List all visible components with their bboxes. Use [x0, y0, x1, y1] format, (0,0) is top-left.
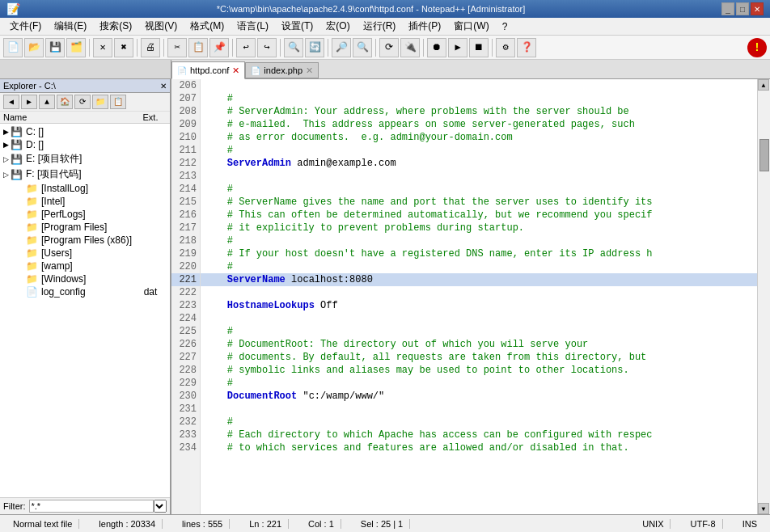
- code-line-223: HostnameLookups Off: [201, 299, 757, 312]
- minimize-button[interactable]: _: [721, 2, 734, 15]
- tree-item-9[interactable]: 📁[Users]: [0, 247, 170, 260]
- redo-button[interactable]: ↪: [257, 38, 277, 57]
- tab-index-php[interactable]: 📄 index.php ✕: [245, 62, 319, 78]
- tree-icon-6: 📁: [26, 209, 38, 220]
- tree-item-2[interactable]: ▷💾E: [项目软件]: [0, 151, 170, 167]
- save-button[interactable]: 💾: [45, 38, 65, 57]
- exp-back[interactable]: ◀: [3, 95, 19, 109]
- exp-forward[interactable]: ▶: [21, 95, 37, 109]
- tree-ext-12: dat: [134, 286, 167, 298]
- undo-button[interactable]: ↩: [236, 38, 256, 57]
- line-num-220: 220: [171, 260, 200, 273]
- tree-item-8[interactable]: 📁[Program Files (x86)]: [0, 234, 170, 247]
- scroll-up[interactable]: ▲: [758, 79, 769, 91]
- tab-httpd-conf[interactable]: 📄 httpd.conf ✕: [171, 61, 245, 79]
- close-file-button[interactable]: ✕: [93, 38, 112, 57]
- tree-item-7[interactable]: 📁[Program Files]: [0, 221, 170, 234]
- tree-icon-0: 💾: [11, 126, 23, 137]
- scroll-down[interactable]: ▼: [758, 503, 769, 514]
- toolbar-sep1: [89, 39, 90, 57]
- menu-item-O[interactable]: 宏(O): [319, 18, 356, 35]
- tree-item-4[interactable]: 📁[InstallLog]: [0, 182, 170, 195]
- tree-item-12[interactable]: 📄log_configdat: [0, 285, 170, 298]
- exp-new-folder[interactable]: 📁: [92, 95, 108, 109]
- replace-button[interactable]: 🔄: [305, 38, 324, 57]
- menu-item-R[interactable]: 运行(R): [357, 18, 403, 35]
- line-num-230: 230: [171, 390, 200, 403]
- exp-refresh[interactable]: ⟳: [74, 95, 91, 109]
- tree-icon-12: 📄: [26, 286, 38, 298]
- line-num-215: 215: [171, 196, 200, 209]
- scroll-thumb[interactable]: [759, 139, 769, 171]
- menu-item-W[interactable]: 窗口(W): [447, 18, 495, 35]
- code-line-228: # symbolic links and aliases may be used…: [201, 364, 757, 377]
- paste-button[interactable]: 📌: [209, 38, 229, 57]
- line-num-208: 208: [171, 105, 200, 118]
- menu-item-S[interactable]: 搜索(S): [93, 18, 138, 35]
- print-button[interactable]: 🖨: [141, 38, 160, 57]
- code-line-230: DocumentRoot "c:/wamp/www/": [201, 390, 757, 403]
- editor-scrollbar[interactable]: ▲ ▼: [757, 79, 770, 514]
- line-num-225: 225: [171, 325, 200, 338]
- explorer-col-header: Name Ext.: [0, 112, 170, 124]
- line-num-209: 209: [171, 118, 200, 131]
- tab-bar: 📄 httpd.conf ✕ 📄 index.php ✕: [0, 60, 770, 79]
- zoom-in-button[interactable]: 🔎: [332, 38, 351, 57]
- status-ln: Ln : 221: [243, 519, 289, 529]
- menu-item-V[interactable]: 视图(V): [138, 18, 184, 35]
- sync-button[interactable]: ⟳: [379, 38, 399, 57]
- menu-item-P[interactable]: 插件(P): [402, 18, 447, 35]
- status-eol: UNIX: [636, 519, 671, 529]
- tree-item-6[interactable]: 📁[PerfLogs]: [0, 208, 170, 221]
- scroll-track[interactable]: [758, 91, 770, 503]
- code-container[interactable]: 2062072082092102112122132142152162172182…: [171, 79, 770, 514]
- zoom-out-button[interactable]: 🔍: [353, 38, 372, 57]
- exp-up[interactable]: ▲: [39, 95, 55, 109]
- macros-button[interactable]: ⏺: [427, 38, 446, 57]
- close-all-button[interactable]: ✖: [114, 38, 133, 57]
- plugin-button[interactable]: 🔌: [400, 38, 420, 57]
- toolbar-sep3: [163, 39, 164, 57]
- settings-button[interactable]: ⚙: [496, 38, 515, 57]
- stop-macro-button[interactable]: ⏹: [469, 38, 489, 57]
- line-num-218: 218: [171, 234, 200, 247]
- menu-item-L[interactable]: 语言(L): [231, 18, 275, 35]
- menu-item-F[interactable]: 文件(F): [3, 18, 48, 35]
- new-button[interactable]: 📄: [3, 38, 23, 57]
- menu-item-E[interactable]: 编辑(E): [48, 18, 93, 35]
- menu-item-T[interactable]: 设置(T): [275, 18, 319, 35]
- maximize-button[interactable]: □: [736, 2, 749, 15]
- tree-item-0[interactable]: ▶💾C: []: [0, 125, 170, 138]
- tree-item-10[interactable]: 📁[wamp]: [0, 260, 170, 272]
- close-button[interactable]: ✕: [751, 2, 764, 15]
- save-all-button[interactable]: 🗂️: [66, 38, 86, 57]
- about-button[interactable]: ❓: [517, 38, 536, 57]
- menu-item-M[interactable]: 格式(M): [184, 18, 231, 35]
- toolbar-sep2: [137, 39, 138, 57]
- find-button[interactable]: 🔍: [284, 38, 303, 57]
- menu-item-[interactable]: ?: [496, 19, 514, 34]
- tree-icon-3: 💾: [11, 169, 23, 180]
- run-macro-button[interactable]: ▶: [448, 38, 468, 57]
- tab-modified-indicator: ✕: [232, 65, 239, 76]
- cut-button[interactable]: ✂: [167, 38, 187, 57]
- code-content[interactable]: # # ServerAdmin: Your address, where pro…: [201, 79, 757, 514]
- tree-item-5[interactable]: 📁[Intel]: [0, 195, 170, 208]
- filter-input[interactable]: [29, 500, 154, 513]
- tree-item-3[interactable]: ▷💾F: [项目代码]: [0, 167, 170, 182]
- tree-item-11[interactable]: 📁[Windows]: [0, 272, 170, 285]
- exp-copy-path[interactable]: 📋: [110, 95, 126, 109]
- tree-icon-10: 📁: [26, 260, 38, 272]
- explorer-title: Explorer - C:\: [3, 81, 56, 91]
- exp-home[interactable]: 🏠: [57, 95, 73, 109]
- window-title: *C:\wamp\bin\apache\apache2.4.9\conf\htt…: [20, 4, 721, 14]
- copy-button[interactable]: 📋: [188, 38, 208, 57]
- line-num-232: 232: [171, 416, 200, 429]
- open-button[interactable]: 📂: [24, 38, 44, 57]
- tree-item-1[interactable]: ▶💾D: []: [0, 138, 170, 151]
- tree-label-6: [PerfLogs]: [41, 209, 167, 220]
- filter-dropdown[interactable]: [154, 500, 167, 513]
- tree-label-2: E: [项目软件]: [26, 152, 167, 166]
- tab-index-close[interactable]: ✕: [306, 65, 313, 76]
- explorer-close[interactable]: ✕: [160, 82, 167, 91]
